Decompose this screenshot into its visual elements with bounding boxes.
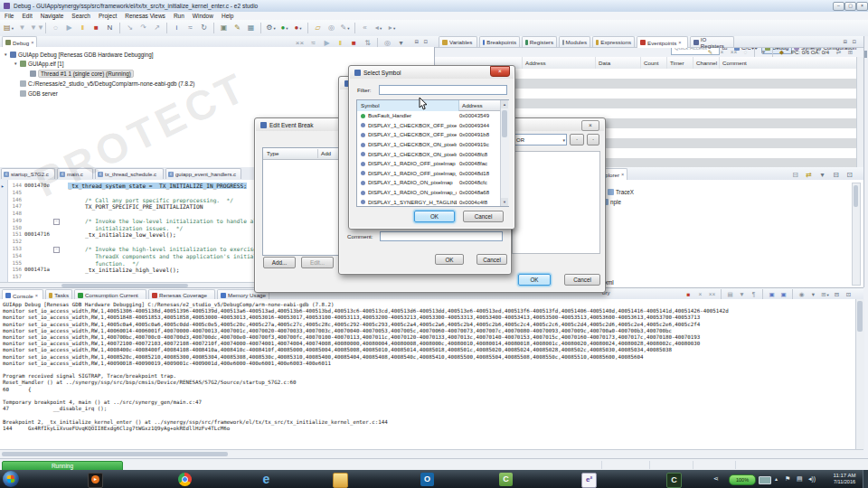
cancel-button[interactable]: Cancel [564,274,600,286]
close-icon[interactable]: × [621,172,624,177]
comment-input[interactable] [380,231,503,241]
show-trace-button[interactable]: ≈ [184,22,196,33]
column-header-address[interactable]: Add [321,148,331,159]
step-return-button[interactable]: ↗ [151,22,163,33]
symbol-row[interactable]: DISPLAY_1_CHECKBOX_ON_pixelm...0x0004919… [357,140,494,150]
debug-tree-item[interactable]: C:/Renesas/e2_studio_v5/DebugComp/arm-no… [14,79,194,88]
editor-tab-main-c[interactable]: cmain.c [57,168,93,179]
ok-button[interactable]: OK [414,211,455,222]
symbol-row[interactable]: DISPLAY_1_RADIO_OFF_pixelmap0x00048fac [357,159,494,169]
filter-input[interactable] [379,85,507,95]
recorder-icon[interactable] [666,473,682,488]
debug-tree-item[interactable]: Thread #1 1 (single core) (Running) [24,70,134,79]
tab-io-registers[interactable]: IO Registers [690,36,734,47]
close-dialog-button[interactable]: × [581,120,599,131]
close-icon[interactable]: × [31,40,33,45]
open-console-button[interactable]: ⊞▾ [820,290,830,299]
show-stderr-button[interactable]: ▣ [778,290,788,299]
column-header-type[interactable]: Type [267,148,278,159]
console-output[interactable]: GUIApp Debug [Renesas GDB Hardware Debug… [0,299,857,452]
menu-renesas-views[interactable]: Renesas Views [125,12,165,20]
column-header-timer[interactable]: Timer [666,57,684,69]
debug-tree-item[interactable]: GDB server [14,89,58,98]
clear-console-button[interactable]: ▤ [725,290,735,299]
external-tools-button[interactable]: ⚙▾ [265,22,277,33]
media-player-icon[interactable] [88,473,103,488]
event-condition-list[interactable] [512,151,600,254]
minimize-button[interactable]: ⊟ [832,290,842,299]
network-icon[interactable]: ▤ [797,475,803,483]
close-dialog-button[interactable]: × [490,66,510,77]
cancel-button[interactable]: Cancel [463,211,504,222]
save-eventpoints-button[interactable]: ▼ [759,48,769,57]
show-desktop-button[interactable] [863,470,868,488]
explorer-item-tracex[interactable]: TraceX [608,189,634,195]
debug-launch-button[interactable]: ●▾ [292,22,304,33]
add-event-button[interactable]: Add... [263,257,296,268]
sync-button[interactable]: ⇄ [834,48,844,57]
minimize-view-icon[interactable]: ⊟ [843,39,847,44]
display-console-button[interactable]: ▾ [808,290,818,299]
tab-breakpoints[interactable]: Breakpoints [479,36,520,47]
scrollbar-thumb[interactable] [502,110,507,137]
column-header-address[interactable]: Address [522,57,546,69]
scroll-down-icon[interactable]: ▼ [501,198,508,206]
maximize-view-icon[interactable]: ⊡ [852,39,856,44]
symbol-row[interactable]: DISPLAY_1_SYNERGY_H_TAGLINE_...0x0004c4f… [357,197,494,207]
save-all-button[interactable]: ▼▼ [30,22,42,33]
debug-tree-item[interactable]: ▼GUIApp.elf [1] [14,60,64,69]
expander-icon[interactable]: ▼ [4,52,8,57]
expander-icon[interactable]: ▼ [14,61,18,66]
e2studio-icon[interactable] [581,473,597,488]
close-icon[interactable]: × [35,293,38,298]
scroll-up-icon[interactable]: ▲ [501,100,508,108]
tab-registers[interactable]: Registers [522,36,557,47]
back-button[interactable]: ◂▾ [373,22,384,33]
step-into-button[interactable]: ↘ [124,22,136,33]
pin-console-button[interactable]: ◉ [797,290,807,299]
menu-run[interactable]: Run [174,12,184,20]
explorer-vertical-scrollbar[interactable] [852,183,861,286]
combination-select[interactable]: OR ▾ [513,134,567,145]
word-wrap-button[interactable]: ¶ [749,290,759,299]
show-stdout-button[interactable]: ▣ [767,290,777,299]
remove-launch-button[interactable]: × [695,290,705,299]
column-header-channel[interactable]: Channel [693,57,717,69]
edit-event-button[interactable]: Edit... [301,257,334,268]
fast-view-icon[interactable] [864,51,867,58]
close-window-button[interactable]: × [856,2,868,11]
chrome-icon[interactable] [178,473,192,486]
minimize-window-button[interactable]: – [833,2,844,11]
menu-file[interactable]: File [5,12,14,20]
remove-all-launches-button[interactable]: ×× [707,290,717,299]
column-header-data[interactable]: Data [595,57,610,69]
tab-modules[interactable]: Modules [559,36,590,47]
terminate-button[interactable]: ■ [90,22,102,33]
ie-icon[interactable] [259,473,273,486]
step-over-button[interactable]: ↷ [137,22,149,33]
battery-percentage-badge[interactable]: 100% [729,474,756,485]
tray-share-icon[interactable]: ⋖ [713,475,719,483]
menu-search[interactable]: Search [71,12,90,20]
symbol-row[interactable]: DISPLAY_1_CHECKBOX_OFF_pixel...0x0004934… [357,121,494,131]
symbol-row[interactable]: DISPLAY_1_RADIO_OFF_pixelmap_...0x00048d… [357,169,494,179]
close-icon[interactable]: × [678,40,681,45]
tab-variables[interactable]: Variables [439,36,477,47]
maximize-view-icon[interactable]: ⊡ [423,39,428,44]
start-button[interactable] [3,471,19,487]
ok-button[interactable]: OK [435,254,464,265]
show-eventpoints-button[interactable]: ◌ [741,48,750,57]
terminate-console-button[interactable]: ■ [684,290,693,299]
editor-tab-guiapp-event-handlers-c[interactable]: cguiapp_event_handlers.c [165,168,241,179]
scrollbar-thumb[interactable] [854,185,858,207]
event-combine-button[interactable]: · [570,134,584,145]
column-header-address[interactable]: Address [459,100,500,111]
symbol-row[interactable]: DISPLAY_1_CHECKBOX_ON_pixelm...0x00048fc… [357,149,494,159]
cancel-button[interactable]: Cancel [476,254,507,265]
symbol-row[interactable]: DISPLAY_1_CHECKBOX_OFF_pixel...0x000491b… [357,130,494,140]
menu-help[interactable]: Help [222,12,233,20]
menu-edit[interactable]: Edit [22,12,32,20]
event-clear-button[interactable]: · [587,134,599,145]
annotation-button[interactable]: ✎▾ [339,22,351,33]
menu-project[interactable]: Project [99,12,117,20]
